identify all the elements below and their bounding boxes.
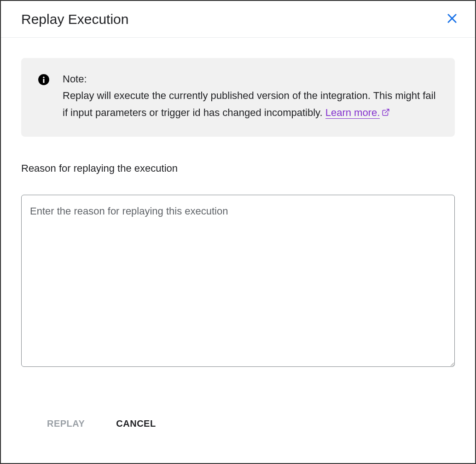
dialog-header: Replay Execution <box>1 1 475 38</box>
dialog-footer: REPLAY CANCEL <box>21 406 455 442</box>
close-button[interactable] <box>444 10 460 28</box>
svg-rect-4 <box>43 79 44 83</box>
info-icon <box>38 74 50 87</box>
cancel-button[interactable]: CANCEL <box>110 415 161 433</box>
dialog-title: Replay Execution <box>21 12 128 27</box>
reason-textarea[interactable] <box>21 195 455 367</box>
learn-more-text: Learn more. <box>325 107 380 118</box>
dialog-body: Note: Replay will execute the currently … <box>1 38 475 451</box>
note-content: Note: Replay will execute the currently … <box>63 71 438 121</box>
reason-label: Reason for replaying the execution <box>21 162 455 174</box>
svg-point-3 <box>43 76 44 78</box>
svg-line-5 <box>385 109 389 113</box>
reason-section: Reason for replaying the execution <box>21 162 455 369</box>
note-title: Note: <box>63 73 87 85</box>
close-icon <box>446 12 459 26</box>
note-box: Note: Replay will execute the currently … <box>21 58 455 137</box>
replay-button[interactable]: REPLAY <box>41 415 90 433</box>
external-link-icon <box>382 104 390 121</box>
learn-more-link[interactable]: Learn more. <box>325 107 380 119</box>
